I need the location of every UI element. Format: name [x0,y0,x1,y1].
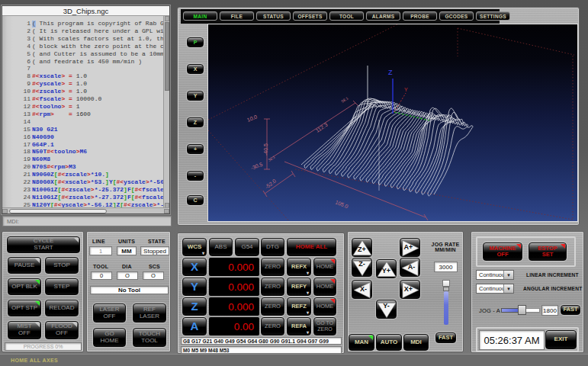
svg-text:10.0: 10.0 [246,114,258,122]
svg-text:112.3: 112.3 [315,122,329,133]
svg-text:Y: Y [404,87,408,92]
svg-text:-30.5: -30.5 [250,162,264,171]
svg-text:105.0: 105.0 [335,199,349,209]
svg-text:-40.5: -40.5 [263,143,268,156]
svg-text:58.1: 58.1 [340,95,349,103]
svg-text:Z: Z [388,69,393,76]
svg-text:-52.0: -52.0 [264,178,277,189]
